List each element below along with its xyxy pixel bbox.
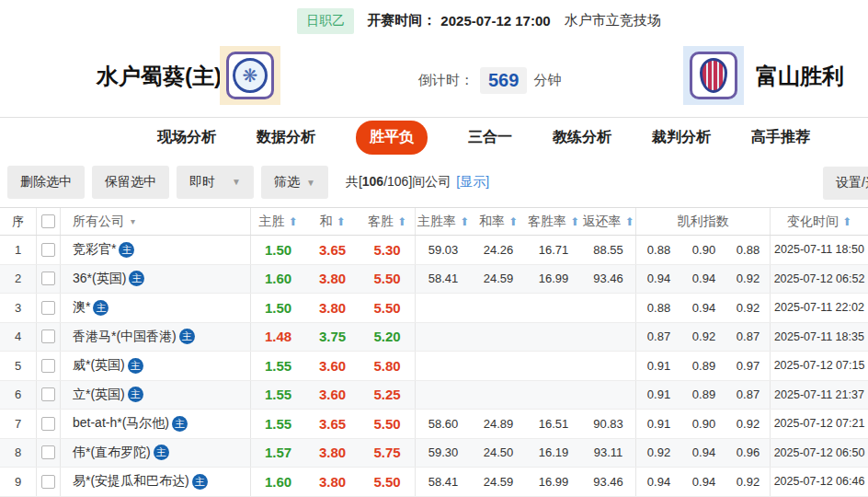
filter-dropdown[interactable]: 筛选▼ <box>261 166 328 199</box>
change-time-cell: 2025-07-12 06:50 <box>771 439 868 468</box>
pct-cell: 93.46 <box>581 265 636 294</box>
kelly-cell: 0.94 <box>681 265 726 294</box>
show-link[interactable]: [显示] <box>456 174 489 191</box>
odds-cell[interactable]: 3.80 <box>305 468 360 496</box>
odds-cell[interactable]: 1.60 <box>251 468 305 496</box>
row-index: 4 <box>0 323 37 352</box>
away-logo-frame <box>690 52 737 99</box>
company-name[interactable]: 竞彩官* <box>73 241 116 258</box>
home-company-icon: 主 <box>192 474 208 490</box>
col-header-change-time[interactable]: 变化时间⬆ <box>771 208 868 235</box>
odds-cell[interactable]: 3.80 <box>305 265 360 294</box>
col-header-draw-pct[interactable]: 和率⬆ <box>471 208 526 235</box>
nav-tab[interactable]: 胜平负 <box>356 121 428 155</box>
pct-cell <box>581 323 636 352</box>
nav-tab[interactable]: 裁判分析 <box>652 128 711 147</box>
kelly-cell: 0.94 <box>681 294 726 322</box>
odds-cell[interactable]: 5.50 <box>360 294 416 322</box>
home-company-icon: 主 <box>128 387 143 402</box>
col-header-draw-odds[interactable]: 和⬆ <box>305 208 360 235</box>
pct-cell <box>416 381 471 410</box>
kelly-cell: 0.91 <box>636 410 681 438</box>
countdown: 倒计时： 569 分钟 <box>418 67 561 94</box>
away-team-name: 富山胜利 <box>756 62 844 91</box>
nav-tab[interactable]: 教练分析 <box>553 128 611 147</box>
col-header-away-odds[interactable]: 客胜⬆ <box>360 208 416 235</box>
company-name[interactable]: 香港马*(中国香港) <box>73 329 177 345</box>
pct-cell <box>471 323 526 352</box>
odds-cell[interactable]: 1.60 <box>251 265 305 294</box>
companies-count: 106 <box>362 174 383 189</box>
company-cell: bet-at-h*(马尔他)主 <box>61 410 251 438</box>
odds-cell[interactable]: 5.30 <box>360 236 416 264</box>
odds-cell[interactable]: 5.25 <box>360 381 416 410</box>
odds-cell[interactable]: 3.80 <box>305 439 360 468</box>
col-header-return-pct[interactable]: 返还率⬆ <box>581 208 636 235</box>
company-name[interactable]: bet-at-h*(马尔他) <box>73 415 169 432</box>
odds-cell[interactable]: 1.48 <box>251 323 305 352</box>
row-index: 1 <box>0 236 37 264</box>
odds-cell[interactable]: 1.57 <box>251 439 305 468</box>
col-header-kelly: 凯利指数 <box>636 208 771 235</box>
kelly-cell: 0.94 <box>681 439 726 468</box>
odds-cell[interactable]: 3.75 <box>305 323 360 352</box>
row-checkbox[interactable] <box>41 301 55 315</box>
odds-cell[interactable]: 1.50 <box>251 294 305 322</box>
odds-cell[interactable]: 1.55 <box>251 352 305 380</box>
odds-cell[interactable]: 5.50 <box>360 468 416 496</box>
delete-selected-button[interactable]: 删除选中 <box>7 166 85 199</box>
odds-cell[interactable]: 5.80 <box>360 352 416 380</box>
odds-cell[interactable]: 5.50 <box>360 265 416 294</box>
odds-cell[interactable]: 5.75 <box>360 439 416 468</box>
odds-cell[interactable]: 3.80 <box>305 294 360 322</box>
kickoff-time: 2025-07-12 17:00 <box>440 13 550 29</box>
row-checkbox[interactable] <box>41 329 55 343</box>
pct-cell: 24.50 <box>471 439 526 468</box>
change-time-cell: 2025-07-11 18:35 <box>771 323 868 352</box>
nav-tab[interactable]: 三合一 <box>468 128 512 147</box>
odds-cell[interactable]: 5.50 <box>360 410 416 438</box>
company-name[interactable]: 立*(英国) <box>73 387 125 403</box>
odds-cell[interactable]: 5.20 <box>360 323 416 352</box>
company-name[interactable]: 威*(英国) <box>73 357 125 374</box>
pct-cell <box>471 381 526 410</box>
odds-cell[interactable]: 1.50 <box>251 236 305 264</box>
col-header-away-pct[interactable]: 客胜率⬆ <box>526 208 581 235</box>
row-checkbox[interactable] <box>41 417 55 431</box>
pct-cell: 16.99 <box>526 265 581 294</box>
odds-cell[interactable]: 3.65 <box>305 236 360 264</box>
row-checkbox[interactable] <box>41 359 55 373</box>
odds-cell[interactable]: 1.55 <box>251 410 305 438</box>
col-header-home-pct[interactable]: 主胜率⬆ <box>416 208 471 235</box>
odds-cell[interactable]: 3.65 <box>305 410 360 438</box>
company-name[interactable]: 易*(安提瓜和巴布达) <box>73 473 189 490</box>
nav-tab[interactable]: 数据分析 <box>257 128 315 147</box>
odds-cell[interactable]: 1.55 <box>251 381 305 410</box>
keep-selected-button[interactable]: 保留选中 <box>92 166 169 199</box>
company-name[interactable]: 伟*(直布罗陀) <box>73 445 151 461</box>
odds-cell[interactable]: 3.60 <box>305 381 360 410</box>
col-header-company[interactable]: 所有公司 ▾ <box>61 208 251 235</box>
kelly-cell: 0.92 <box>726 410 771 438</box>
pct-cell <box>526 381 581 410</box>
row-checkbox[interactable] <box>41 243 55 257</box>
sort-asc-icon: ⬆ <box>336 215 345 228</box>
company-name[interactable]: 澳* <box>73 299 90 316</box>
settings-button[interactable]: 设置/选 <box>823 167 868 200</box>
league-badge: 日职乙 <box>297 8 354 34</box>
odds-cell[interactable]: 3.60 <box>305 352 360 380</box>
home-company-icon: 主 <box>179 329 195 344</box>
nav-tab[interactable]: 高手推荐 <box>751 128 810 147</box>
pct-cell <box>471 352 526 380</box>
row-checkbox[interactable] <box>41 387 55 401</box>
col-header-home-odds[interactable]: 主胜⬆ <box>251 208 305 235</box>
select-all-checkbox[interactable] <box>41 214 55 228</box>
company-name[interactable]: 36*(英国) <box>73 271 126 287</box>
nav-tab[interactable]: 现场分析 <box>157 128 216 147</box>
kelly-cell: 0.90 <box>681 410 726 438</box>
mode-dropdown[interactable]: 即时 ▼ <box>177 166 254 199</box>
row-checkbox[interactable] <box>41 475 55 489</box>
row-checkbox[interactable] <box>41 272 55 285</box>
row-checkbox[interactable] <box>41 445 55 459</box>
home-team-name: 水户蜀葵(主) <box>97 62 222 91</box>
